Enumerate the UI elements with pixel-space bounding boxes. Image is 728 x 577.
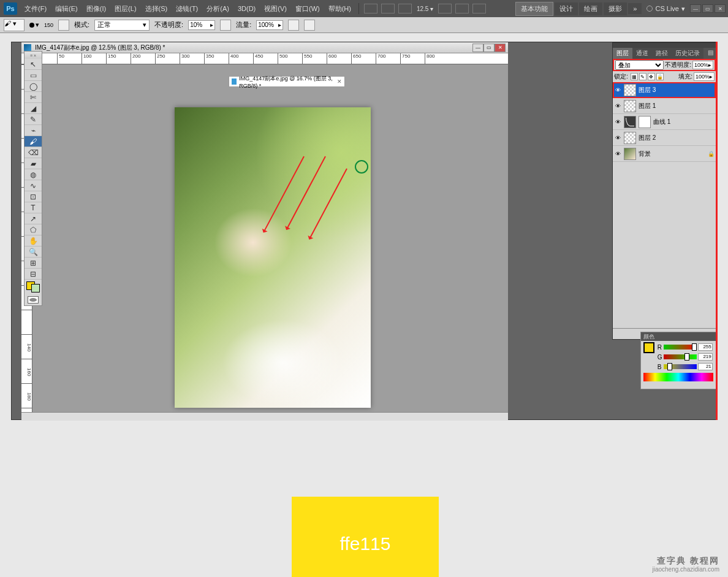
tab-close-icon[interactable]: ✕ (337, 78, 342, 85)
b-slider[interactable] (664, 364, 697, 369)
workspace-essentials[interactable]: 基本功能 (515, 2, 553, 16)
menu-view[interactable]: 视图(V) (260, 2, 290, 15)
brush-preset[interactable]: ▾ (29, 21, 39, 29)
menu-help[interactable]: 帮助(H) (325, 2, 355, 15)
tool-preset-icon[interactable]: 🖌 ▾ (4, 19, 25, 31)
opacity-input[interactable]: 10%▸ (188, 20, 215, 30)
brush-panel-icon[interactable] (58, 20, 69, 31)
background-color-icon[interactable] (31, 284, 40, 292)
menu-select[interactable]: 选择(S) (142, 2, 172, 15)
layer-name[interactable]: 背景 (639, 150, 651, 158)
arrange-icon[interactable] (398, 4, 412, 13)
r-value-input[interactable]: 255 (698, 343, 713, 351)
zoom-level[interactable]: 12.5 ▾ (414, 6, 436, 12)
3d-rotate-tool[interactable]: ⊞ (25, 258, 42, 269)
color-swatches[interactable] (25, 280, 42, 294)
visibility-icon[interactable]: 👁 (614, 118, 621, 126)
document-titlebar[interactable]: IMG_4147副本e.jpg @ 12.5% (图层 3, RGB/8) * … (21, 42, 508, 53)
secondary-document-tab[interactable]: IMG_4147副本e.jpg @ 16.7% (图层 3, RGB/8) * … (229, 76, 345, 87)
visibility-icon[interactable]: 👁 (614, 150, 621, 158)
tab-paths[interactable]: 路径 (652, 48, 672, 59)
menu-3d[interactable]: 3D(D) (234, 3, 259, 14)
menu-layer[interactable]: 图层(L) (111, 2, 140, 15)
panel-grip[interactable] (613, 43, 716, 48)
quick-select-tool[interactable]: ⌁ (25, 125, 42, 136)
blend-mode-select[interactable]: 正常▾ (94, 20, 150, 31)
marquee-tool[interactable]: ▭ (25, 70, 42, 81)
flow-input[interactable]: 100%▸ (256, 20, 283, 30)
visibility-icon[interactable]: 👁 (614, 134, 621, 142)
screen-mode-icon[interactable] (438, 4, 452, 13)
layer-name[interactable]: 图层 2 (639, 134, 656, 142)
blur-tool[interactable]: ⊡ (25, 191, 42, 202)
extras-icon[interactable] (455, 4, 469, 13)
layer-fill-input[interactable]: 100% ▸ (694, 72, 715, 81)
menu-analysis[interactable]: 分析(A) (203, 2, 233, 15)
layer-row[interactable]: 👁 曲线 1 (613, 114, 716, 130)
layer-row[interactable]: 👁 图层 1 (613, 98, 716, 114)
eyedropper-tool[interactable]: ◢ (25, 103, 42, 114)
layer-name[interactable]: 曲线 1 (653, 118, 670, 126)
type-tool[interactable]: T (25, 202, 42, 213)
doc-close-icon[interactable]: ✕ (495, 44, 506, 52)
cs-live[interactable]: CS Live ▾ (643, 5, 689, 13)
tab-channels[interactable]: 通道 (632, 48, 652, 59)
crop-tool[interactable]: ✄ (25, 92, 42, 103)
pressure-size-icon[interactable] (304, 20, 315, 31)
airbrush-icon[interactable] (288, 20, 299, 31)
tab-history[interactable]: 历史记录 (672, 48, 703, 59)
lock-pixels-icon[interactable]: ✎ (639, 73, 646, 80)
quick-mask-icon[interactable] (25, 294, 42, 305)
history-brush-tool[interactable]: ▰ (25, 158, 42, 169)
window-minimize-icon[interactable]: — (690, 4, 701, 13)
menu-edit[interactable]: 编辑(E) (51, 2, 82, 15)
menu-filter[interactable]: 滤镜(T) (172, 2, 202, 15)
guides-icon[interactable] (472, 4, 486, 13)
minibridge-icon[interactable] (381, 4, 395, 13)
visibility-icon[interactable]: 👁 (614, 102, 621, 110)
lock-position-icon[interactable]: ✥ (648, 73, 655, 80)
layer-opacity-input[interactable]: 100% ▸ (692, 61, 713, 69)
b-value-input[interactable]: 21 (698, 363, 713, 370)
workspace-painting[interactable]: 绘画 (579, 2, 602, 15)
doc-minimize-icon[interactable]: — (472, 44, 483, 52)
layer-blend-mode-select[interactable]: 叠加 (615, 60, 664, 70)
bridge-icon[interactable] (364, 4, 377, 13)
3d-camera-tool[interactable]: ⊟ (25, 269, 42, 280)
menu-window[interactable]: 窗口(W) (292, 2, 324, 15)
hand-tool[interactable]: ✋ (25, 235, 42, 246)
stamp-tool[interactable]: ⌫ (25, 147, 42, 158)
panel-menu-icon[interactable]: ▤ (705, 48, 716, 59)
layer-row[interactable]: 👁 图层 2 (613, 130, 716, 146)
visibility-icon[interactable]: 👁 (614, 86, 621, 94)
menu-file[interactable]: 文件(F) (21, 2, 50, 15)
color-panel-tab[interactable]: 颜色 (641, 332, 716, 341)
pressure-opacity-icon[interactable] (220, 20, 231, 31)
path-select-tool[interactable]: ↗ (25, 213, 42, 224)
workspace-more[interactable]: » (628, 3, 642, 14)
layer-name[interactable]: 图层 3 (639, 86, 656, 94)
ruler-horizontal[interactable]: 050 100150 200250 300350 400450 500550 6… (32, 53, 508, 64)
layer-mask-icon[interactable] (639, 116, 651, 128)
layer-name[interactable]: 图层 1 (639, 102, 656, 110)
lock-all-icon[interactable]: 🔒 (656, 73, 664, 80)
layer-row[interactable]: 👁 图层 3 (613, 82, 716, 98)
g-value-input[interactable]: 219 (698, 353, 713, 361)
pen-tool[interactable]: ⬠ (25, 224, 42, 235)
workspace-design[interactable]: 设计 (555, 2, 578, 15)
r-slider[interactable] (664, 345, 697, 350)
brush-tool[interactable]: 🖌 (25, 136, 42, 147)
move-tool[interactable]: ↖ (25, 59, 42, 70)
window-maximize-icon[interactable]: ▭ (702, 4, 713, 13)
layer-row[interactable]: 👁 背景 🔒 (613, 146, 716, 162)
healing-tool[interactable]: ✎ (25, 114, 42, 125)
g-slider[interactable] (664, 354, 697, 359)
doc-maximize-icon[interactable]: ▭ (483, 44, 495, 52)
color-swatch-icon[interactable] (643, 342, 654, 353)
tab-layers[interactable]: 图层 (613, 48, 632, 59)
workspace-photography[interactable]: 摄影 (604, 2, 627, 15)
gradient-tool[interactable]: ∿ (25, 180, 42, 191)
toolbox-grip[interactable]: ≡ × (25, 52, 42, 59)
eraser-tool[interactable]: ◍ (25, 169, 42, 180)
menu-image[interactable]: 图像(I) (83, 2, 110, 15)
